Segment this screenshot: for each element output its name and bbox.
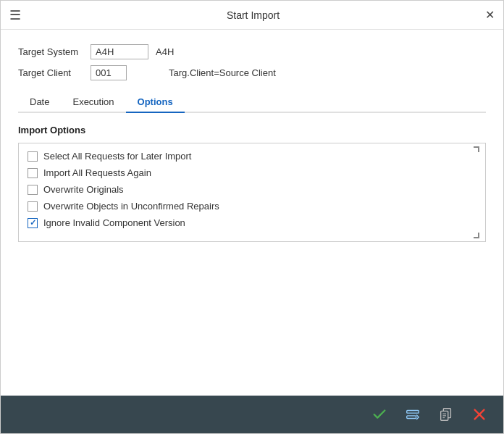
checkbox-select-all[interactable]: [28, 151, 38, 162]
option-row-select-all: Select All Requests for Later Import: [28, 151, 476, 162]
dialog-content: Target System A4H Target Client Targ.Cli…: [1, 30, 503, 396]
copy-button[interactable]: [434, 402, 458, 427]
menu-icon[interactable]: ☰: [9, 9, 21, 22]
checkbox-overwrite-originals[interactable]: [28, 185, 38, 195]
cancel-button[interactable]: [467, 402, 492, 427]
option-row-overwrite-objects: Overwrite Objects in Unconfirmed Repairs: [28, 201, 476, 212]
target-client-row: Target Client Targ.Client=Source Client: [18, 65, 486, 80]
target-client-input[interactable]: [91, 65, 127, 80]
option-row-import-all: Import All Requests Again: [28, 167, 476, 178]
target-system-label: Target System: [18, 46, 91, 57]
resize-handle-tl: [474, 146, 479, 152]
target-client-hint: Targ.Client=Source Client: [169, 67, 276, 78]
confirm-button[interactable]: [367, 402, 392, 427]
target-system-hint: A4H: [156, 46, 174, 57]
svg-rect-1: [407, 416, 416, 419]
import-options-title: Import Options: [18, 125, 486, 135]
option-label-import-all: Import All Requests Again: [43, 167, 151, 178]
options-box: Select All Requests for Later Import Imp…: [18, 143, 486, 242]
tab-options[interactable]: Options: [126, 92, 185, 113]
transport-button[interactable]: [400, 402, 425, 427]
tab-date[interactable]: Date: [18, 92, 61, 113]
tab-execution[interactable]: Execution: [61, 92, 125, 113]
target-system-input[interactable]: [91, 44, 148, 59]
option-label-ignore-invalid: Ignore Invalid Component Version: [43, 217, 185, 228]
title-bar: ☰ Start Import ✕: [1, 1, 503, 30]
close-icon[interactable]: ✕: [485, 9, 495, 21]
dialog-title: Start Import: [227, 9, 280, 21]
checkbox-import-all[interactable]: [28, 168, 38, 178]
checkbox-overwrite-objects[interactable]: [28, 201, 38, 212]
target-system-row: Target System A4H: [18, 44, 486, 59]
option-row-ignore-invalid: Ignore Invalid Component Version: [28, 217, 476, 228]
option-row-overwrite-originals: Overwrite Originals: [28, 184, 476, 195]
target-client-label: Target Client: [18, 67, 91, 78]
start-import-dialog: ☰ Start Import ✕ Target System A4H Targe…: [0, 0, 504, 434]
checkbox-ignore-invalid[interactable]: [28, 218, 38, 228]
option-label-overwrite-originals: Overwrite Originals: [43, 184, 124, 195]
resize-handle-br: [474, 233, 479, 238]
option-label-overwrite-objects: Overwrite Objects in Unconfirmed Repairs: [43, 201, 219, 212]
tabs-bar: Date Execution Options: [18, 92, 486, 113]
footer-bar: [1, 396, 503, 433]
import-options-section: Import Options Select All Requests for L…: [18, 125, 486, 242]
option-label-select-all: Select All Requests for Later Import: [43, 151, 191, 162]
svg-rect-0: [407, 411, 419, 414]
